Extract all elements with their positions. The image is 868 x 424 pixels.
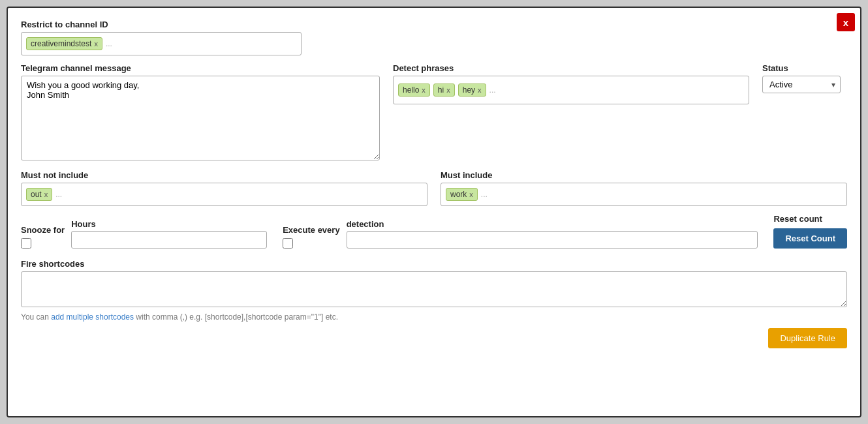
detect-phrases-section: Detect phrases hello x hi x hey x ... <box>393 63 749 104</box>
must-include-section: Must include work x ... <box>441 170 847 206</box>
snooze-label: Snooze for <box>21 225 65 235</box>
must-not-input[interactable]: out x ... <box>21 183 427 206</box>
hint-pre: You can <box>21 312 51 322</box>
tag-text: creativemindstest <box>31 39 91 48</box>
channel-id-section: Restrict to channel ID creativemindstest… <box>21 20 847 55</box>
tag-creativemindstest: creativemindstest x <box>26 37 102 50</box>
must-include-placeholder: ... <box>481 190 488 199</box>
tag-hi: hi x <box>433 83 455 97</box>
bottom-row: Duplicate Rule <box>21 328 847 348</box>
row3: Must not include out x ... Must include … <box>21 170 847 206</box>
status-section: Status Active Inactive <box>762 63 847 93</box>
execute-checkbox[interactable] <box>283 238 293 249</box>
telegram-message-textarea[interactable] <box>21 76 380 160</box>
status-select[interactable]: Active Inactive <box>762 76 841 93</box>
tag-remove[interactable]: x <box>94 40 98 48</box>
tag-text: hello <box>403 85 419 95</box>
reset-count-button[interactable]: Reset Count <box>773 228 847 249</box>
tag-out: out x <box>26 188 52 201</box>
tag-work: work x <box>446 188 478 201</box>
close-button[interactable]: x <box>837 13 855 31</box>
must-include-input[interactable]: work x ... <box>441 183 847 206</box>
tag-text: hi <box>438 85 444 95</box>
duplicate-rule-button[interactable]: Duplicate Rule <box>768 328 847 348</box>
hint-post: with comma (,) e.g. [shortcode],[shortco… <box>134 312 338 322</box>
detect-phrases-placeholder: ... <box>489 85 496 95</box>
detection-section: detection <box>347 219 758 249</box>
fire-shortcodes-label: Fire shortcodes <box>21 259 847 269</box>
must-include-label: Must include <box>441 170 847 180</box>
tag-remove[interactable]: x <box>422 86 426 94</box>
status-label: Status <box>762 63 847 73</box>
tag-text: work <box>450 190 467 199</box>
snooze-checkbox[interactable] <box>21 238 31 249</box>
channel-id-input[interactable]: creativemindstest x ... <box>21 32 302 55</box>
telegram-message-label: Telegram channel message <box>21 63 380 73</box>
execute-section: Execute every <box>283 225 339 249</box>
row4: Snooze for Hours Execute every detection… <box>21 214 847 249</box>
must-not-placeholder: ... <box>55 190 62 199</box>
channel-id-placeholder: ... <box>106 39 112 48</box>
row2: Telegram channel message Detect phrases … <box>21 63 847 162</box>
main-container: x Restrict to channel ID creativemindste… <box>7 7 861 417</box>
snooze-section: Snooze for <box>21 225 65 249</box>
fire-shortcodes-textarea[interactable] <box>21 271 847 307</box>
telegram-message-section: Telegram channel message <box>21 63 380 162</box>
tag-remove[interactable]: x <box>446 86 450 94</box>
execute-label: Execute every <box>283 225 339 235</box>
detect-phrases-input[interactable]: hello x hi x hey x ... <box>393 76 749 104</box>
fire-shortcodes-section: Fire shortcodes You can add multiple sho… <box>21 259 847 322</box>
hours-section: Hours <box>71 219 267 249</box>
tag-hello: hello x <box>398 83 430 97</box>
tag-hey: hey x <box>458 83 486 97</box>
detection-input[interactable] <box>347 231 758 249</box>
hint-link: add multiple shortcodes <box>51 312 134 322</box>
must-not-label: Must not include <box>21 170 427 180</box>
reset-section: Reset count Reset Count <box>773 214 847 249</box>
tag-remove[interactable]: x <box>478 86 482 94</box>
reset-count-label: Reset count <box>773 214 822 224</box>
must-not-section: Must not include out x ... <box>21 170 427 206</box>
hours-label: Hours <box>71 219 267 229</box>
channel-id-label: Restrict to channel ID <box>21 20 847 29</box>
row4-inner: Snooze for Hours Execute every detection… <box>21 214 847 249</box>
detect-phrases-label: Detect phrases <box>393 63 749 73</box>
tag-text: out <box>31 190 42 199</box>
tag-remove[interactable]: x <box>44 190 48 198</box>
tag-text: hey <box>463 85 475 95</box>
tag-remove[interactable]: x <box>469 190 473 198</box>
hours-input[interactable] <box>71 231 267 249</box>
hint-text: You can add multiple shortcodes with com… <box>21 312 847 322</box>
status-select-wrapper[interactable]: Active Inactive <box>762 76 841 93</box>
detection-label: detection <box>347 219 758 229</box>
